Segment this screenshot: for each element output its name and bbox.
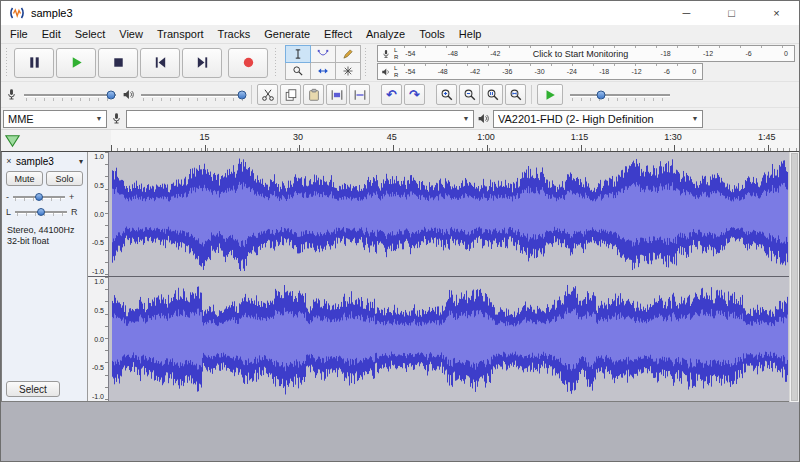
- slider-thumb[interactable]: [107, 90, 116, 99]
- pinned-play-head-button[interactable]: [4, 134, 21, 148]
- track-bitdepth-line: 32-bit float: [7, 236, 85, 247]
- audio-track: × sample3 ▾ Mute Solo - + L R: [1, 152, 790, 402]
- gain-min-label: -: [6, 192, 9, 202]
- track-title[interactable]: sample3: [16, 156, 77, 167]
- playback-volume-slider[interactable]: [139, 87, 247, 103]
- slider-thumb[interactable]: [237, 90, 246, 99]
- menu-item[interactable]: Effect: [317, 25, 359, 43]
- menu-item[interactable]: Transport: [150, 25, 211, 43]
- ruler-label: 1.0: [94, 278, 104, 285]
- menu-item[interactable]: Help: [452, 25, 489, 43]
- recording-meter-scale: -54-48-42 Click to Start Monitoring -18-…: [402, 46, 791, 61]
- copy-button[interactable]: [280, 84, 301, 105]
- slider-thumb[interactable]: [35, 193, 43, 201]
- fit-selection-icon: [486, 88, 500, 102]
- zoom-tool-button[interactable]: [285, 62, 311, 80]
- playback-meter[interactable]: LR -54-48-42-36-30-24-18-12-60: [377, 63, 703, 80]
- timeline-ruler[interactable]: 1530451:001:151:301:45: [111, 130, 799, 151]
- menu-item[interactable]: File: [3, 25, 35, 43]
- vertical-ruler-left[interactable]: 1.00.50.0-0.5-1.0: [88, 152, 109, 276]
- meter-monitoring-hint[interactable]: Click to Start Monitoring: [533, 49, 629, 59]
- envelope-tool-button[interactable]: [310, 45, 336, 63]
- transport-toolbar: [12, 46, 270, 80]
- close-button[interactable]: ×: [754, 1, 799, 25]
- minimize-button[interactable]: ─: [664, 1, 709, 25]
- audio-host-select[interactable]: MME ▼: [3, 110, 107, 128]
- skip-to-start-button[interactable]: [140, 48, 180, 78]
- mute-button[interactable]: Mute: [6, 171, 43, 186]
- fit-project-button[interactable]: [505, 84, 526, 105]
- pan-slider[interactable]: [13, 205, 69, 218]
- slider-thumb[interactable]: [597, 90, 606, 99]
- ruler-label: -0.5: [92, 364, 104, 371]
- menu-item[interactable]: Tracks: [211, 25, 258, 43]
- chevron-down-icon: ▼: [92, 115, 106, 122]
- timeline-label: 1:00: [477, 132, 495, 142]
- menu-item[interactable]: Select: [68, 25, 113, 43]
- audacity-logo-icon: [9, 5, 25, 21]
- channel-right: 1.00.50.0-0.5-1.0: [88, 276, 789, 401]
- track-close-button[interactable]: ×: [4, 156, 14, 166]
- menu-item[interactable]: Edit: [35, 25, 68, 43]
- maximize-button[interactable]: □: [709, 1, 754, 25]
- paste-icon: [307, 88, 321, 102]
- menu-item[interactable]: Generate: [257, 25, 317, 43]
- fit-selection-button[interactable]: [482, 84, 503, 105]
- menu-item[interactable]: Tools: [412, 25, 452, 43]
- meter-scale-number: -36: [502, 68, 512, 75]
- play-speed-slider[interactable]: [568, 87, 672, 103]
- trim-audio-button[interactable]: [326, 84, 347, 105]
- menu-item[interactable]: Analyze: [359, 25, 412, 43]
- skip-to-end-button[interactable]: [182, 48, 222, 78]
- zoom-in-button[interactable]: [436, 84, 457, 105]
- toolbar-row-2: ↶ ↷: [1, 82, 799, 108]
- zoom-out-button[interactable]: [459, 84, 480, 105]
- solo-button[interactable]: Solo: [46, 171, 83, 186]
- waveform-channel-right[interactable]: [109, 277, 789, 401]
- record-icon: [241, 55, 256, 70]
- selection-tool-button[interactable]: [285, 45, 311, 63]
- recording-volume-slider[interactable]: [22, 87, 118, 103]
- ruler-label: 0.5: [94, 307, 104, 314]
- draw-tool-button[interactable]: [335, 45, 361, 63]
- toolbar-grip[interactable]: [363, 48, 368, 78]
- play-button[interactable]: [56, 48, 96, 78]
- menu-item[interactable]: View: [112, 25, 150, 43]
- meter-scale-number: -6: [664, 68, 670, 75]
- redo-icon: ↷: [409, 88, 420, 101]
- playback-device-select[interactable]: VA2201-FHD (2- High Definition ▼: [493, 110, 703, 128]
- paste-button[interactable]: [303, 84, 324, 105]
- meter-channel-labels: LR: [394, 47, 398, 61]
- toolbar-grip[interactable]: [4, 48, 9, 78]
- pause-button[interactable]: [14, 48, 54, 78]
- scrollbar-thumb[interactable]: [791, 153, 798, 401]
- recording-meter[interactable]: LR -54-48-42 Click to Start Monitoring -…: [377, 45, 795, 62]
- slider-thumb[interactable]: [37, 208, 45, 216]
- play-at-speed-button[interactable]: [537, 84, 563, 105]
- pan-right-label: R: [71, 207, 78, 217]
- cut-button[interactable]: [257, 84, 278, 105]
- track-buttons: Mute Solo: [6, 171, 85, 186]
- audio-host-value: MME: [8, 113, 92, 125]
- silence-audio-button[interactable]: [349, 84, 370, 105]
- ruler-label: 0.0: [94, 336, 104, 343]
- audacity-window: sample3 ─ □ × FileEditSelectViewTranspor…: [0, 0, 800, 462]
- redo-button[interactable]: ↷: [404, 84, 425, 105]
- vertical-ruler-right[interactable]: 1.00.50.0-0.5-1.0: [88, 277, 109, 401]
- multi-tool-icon: [342, 65, 354, 77]
- recording-device-select[interactable]: ▼: [126, 110, 474, 128]
- track-menu-button[interactable]: ▾: [79, 157, 85, 166]
- waveform-channel-left[interactable]: [109, 152, 789, 276]
- play-at-speed-toolbar: [536, 84, 672, 105]
- stop-button[interactable]: [98, 48, 138, 78]
- select-button[interactable]: Select: [6, 381, 60, 397]
- time-shift-tool-button[interactable]: [310, 62, 336, 80]
- undo-button[interactable]: ↶: [381, 84, 402, 105]
- toolbar-grip[interactable]: [273, 48, 278, 78]
- gain-slider[interactable]: [11, 190, 67, 203]
- vertical-scrollbar[interactable]: [789, 152, 799, 402]
- multi-tool-button[interactable]: [335, 62, 361, 80]
- record-button[interactable]: [228, 48, 268, 78]
- play-icon: [69, 55, 84, 70]
- microphone-icon: [5, 88, 18, 101]
